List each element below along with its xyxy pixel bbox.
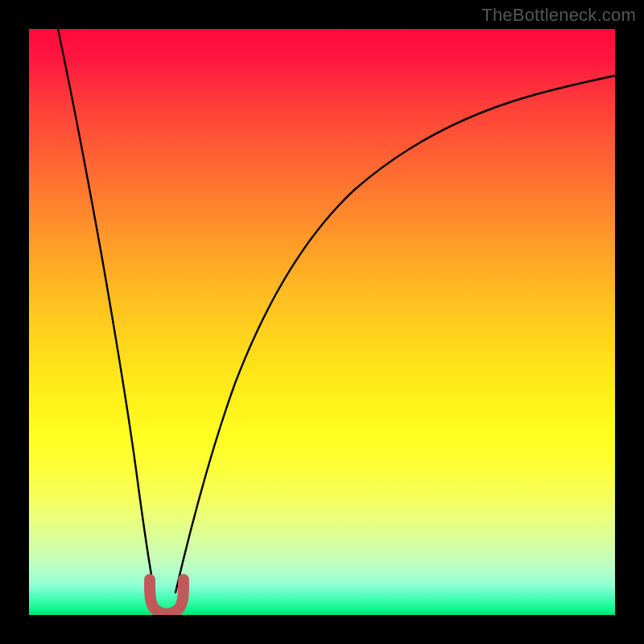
minimum-marker-dot-left: [144, 574, 155, 585]
curve-layer: [29, 29, 615, 615]
plot-area: [29, 29, 615, 615]
curve-left-branch: [58, 29, 155, 592]
chart-frame: TheBottleneck.com: [0, 0, 644, 644]
minimum-marker-icon: [150, 583, 184, 614]
curve-right-branch: [175, 76, 615, 592]
minimum-marker-dot-right: [178, 574, 189, 585]
watermark-text: TheBottleneck.com: [481, 5, 636, 26]
